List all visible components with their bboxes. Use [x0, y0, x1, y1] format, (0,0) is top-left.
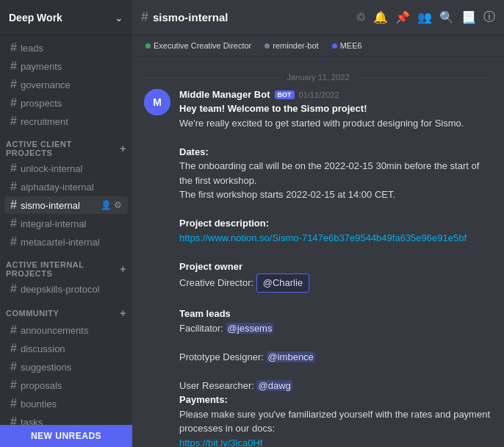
channel-label: sismo-internal [21, 200, 80, 211]
person-icon[interactable]: 👤 [101, 200, 112, 210]
tag-label: Executive Creative Director [154, 41, 251, 50]
section-title: ACTIVE CLIENT PROJECTS [6, 140, 120, 157]
message-intro: We're really excited to get started with… [179, 118, 464, 129]
sidebar-scroll: # leads # payments # governance # prospe… [0, 35, 132, 425]
hash-icon: # [10, 96, 17, 110]
message-timestamp: 01/11/2022 [299, 90, 339, 99]
section-header-internal[interactable]: ACTIVE INTERNAL PROJECTS + [0, 257, 132, 279]
hash-icon: # [10, 360, 17, 373]
pin-icon[interactable]: 📌 [395, 10, 410, 24]
hash-icon: # [10, 282, 17, 296]
arrow-icon: → [486, 437, 504, 447]
bell-icon[interactable]: 🔔 [373, 10, 388, 24]
dates-label: Dates: [179, 146, 209, 157]
creative-director-label: Creative Director: [179, 277, 256, 288]
payments-text: Please make sure you've familiarized you… [179, 409, 490, 435]
channel-item-governance[interactable]: # governance [4, 76, 128, 93]
channel-label: announcements [21, 325, 89, 336]
project-owner-label: Project owner [179, 261, 242, 272]
server-name: Deep Work [9, 12, 62, 24]
channel-item-integral-internal[interactable]: # integral-internal [4, 215, 128, 232]
active-internal-projects-section: ACTIVE INTERNAL PROJECTS + # deepskills-… [0, 254, 132, 301]
header-icons: ♲ 🔔 📌 👥 🔍 📃 ⓘ [356, 10, 495, 25]
hash-icon: # [10, 235, 17, 248]
tag-dot-blue [332, 43, 337, 49]
hash-icon: # [10, 115, 17, 128]
active-client-projects-section: ACTIVE CLIENT PROJECTS + # unlock-intern… [0, 134, 132, 254]
bot-badge: BOT [275, 90, 295, 99]
channel-item-prospects[interactable]: # prospects [4, 94, 128, 112]
mention-jessems[interactable]: @jessems [226, 323, 274, 334]
message-greeting: Hey team! Welcome to the Sismo project! [179, 103, 367, 114]
pinned-tags: Executive Creative Director reminder-bot… [132, 35, 504, 57]
channel-item-alphaday-internal[interactable]: # alphaday-internal [4, 178, 128, 196]
channel-label: leads [21, 43, 43, 54]
add-icon[interactable]: + [120, 143, 126, 154]
search-icon[interactable]: 🔍 [439, 10, 454, 24]
message-meta: Middle Manager Bot BOT 01/11/2022 [179, 89, 492, 100]
hash-icon: # [10, 60, 17, 73]
channel-label: payments [21, 61, 62, 72]
hash-icon: # [10, 41, 17, 54]
channel-item-sismo-internal[interactable]: # sismo-internal 👤 ⚙ [4, 196, 128, 214]
tag-dot-green [145, 43, 151, 49]
channel-item-payments[interactable]: # payments [4, 57, 128, 75]
tag-label: reminder-bot [273, 41, 318, 50]
section-title: COMMUNITY [6, 309, 59, 318]
channel-item-discussion[interactable]: # discussion [4, 340, 128, 357]
mention-imbence[interactable]: @imbence [267, 351, 315, 362]
section-header-client[interactable]: ACTIVE CLIENT PROJECTS + [0, 137, 132, 159]
chevron-down-icon: ⌄ [115, 12, 123, 24]
channel-item-proposals[interactable]: # proposals [4, 376, 128, 394]
channel-item-metacartel-internal[interactable]: # metacartel-internal [4, 233, 128, 251]
avatar: M [144, 89, 170, 115]
hash-icon: # [10, 199, 17, 212]
hashtag-icon[interactable]: ♲ [356, 10, 366, 24]
notion-link[interactable]: https://www.notion.so/Sismo-7147e6b37e95… [179, 232, 467, 243]
channel-item-recruitment[interactable]: # recruitment [4, 112, 128, 130]
channel-item-leads[interactable]: # leads [4, 39, 128, 57]
section-title: ACTIVE INTERNAL PROJECTS [6, 260, 120, 278]
top-channels-section: # leads # payments # governance # prospe… [0, 35, 132, 134]
team-leads-label: Team leads [179, 308, 231, 319]
mention-dawg[interactable]: @dawg [256, 380, 292, 391]
channel-item-unlock-internal[interactable]: # unlock-internal [4, 160, 128, 177]
dates-text: The onboarding call will be on the 2022-… [179, 160, 479, 186]
channel-item-suggestions[interactable]: # suggestions [4, 358, 128, 376]
tag-mee6[interactable]: MEE6 [328, 40, 367, 51]
hash-icon: # [10, 397, 17, 410]
channel-item-announcements[interactable]: # announcements [4, 321, 128, 339]
gear-icon[interactable]: ⚙ [114, 200, 122, 210]
main-content: # sismo-internal ♲ 🔔 📌 👥 🔍 📃 ⓘ Executive… [132, 0, 504, 447]
channel-label: tasks [21, 417, 43, 426]
tag-label: MEE6 [340, 41, 362, 50]
hash-icon: # [10, 342, 17, 355]
help-icon[interactable]: ⓘ [483, 10, 495, 25]
channel-label: governance [21, 79, 71, 90]
link-3lca0hf[interactable]: https://bit.ly/3lca0Hf [179, 437, 262, 448]
channel-item-deepskills-protocol[interactable]: # deepskills-protocol [4, 280, 128, 298]
hash-icon: # [10, 217, 17, 230]
channel-label: proposals [21, 380, 62, 391]
channel-header-hash-icon: # [141, 10, 148, 25]
add-icon[interactable]: + [120, 307, 126, 319]
tag-executive-creative-director[interactable]: Executive Creative Director [141, 40, 256, 51]
tag-reminder-bot[interactable]: reminder-bot [260, 40, 323, 51]
message-text: Hey team! Welcome to the Sismo project! … [179, 101, 492, 447]
server-header[interactable]: Deep Work ⌄ [0, 0, 132, 35]
channel-label: suggestions [21, 362, 71, 373]
channel-header-name: sismo-internal [153, 11, 228, 24]
mention-charlie[interactable]: @Charlie [256, 273, 309, 293]
inbox-icon[interactable]: 📃 [461, 10, 476, 24]
channel-header: # sismo-internal ♲ 🔔 📌 👥 🔍 📃 ⓘ [132, 0, 504, 35]
workshop-text: The first workshop starts 2022-02-15 at … [179, 189, 395, 200]
tag-dot-gray [264, 43, 270, 49]
channel-label: alphaday-internal [21, 182, 94, 193]
members-icon[interactable]: 👥 [417, 10, 432, 24]
add-icon[interactable]: + [120, 263, 126, 275]
channel-label: bounties [21, 398, 57, 410]
channel-item-bounties[interactable]: # bounties [4, 395, 128, 412]
section-header-community[interactable]: COMMUNITY + [0, 304, 132, 321]
channel-item-tasks[interactable]: # tasks [4, 413, 128, 425]
new-unreads-button[interactable]: NEW UNREADS [0, 425, 132, 447]
